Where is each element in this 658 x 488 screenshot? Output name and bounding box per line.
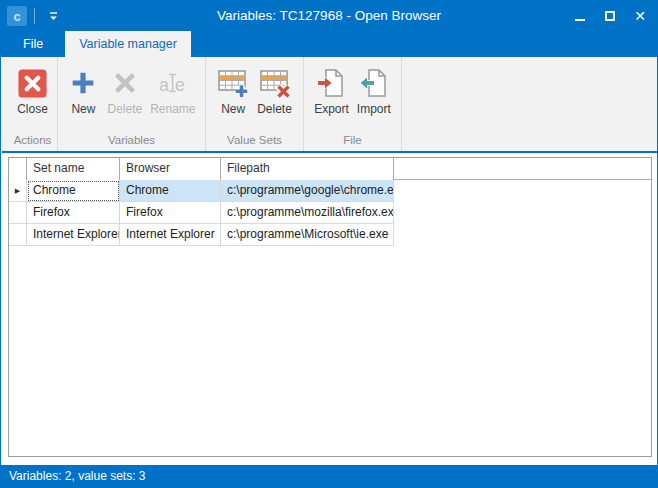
cell-set-name[interactable]: Firefox [27, 202, 120, 224]
group-label-actions: Actions [8, 131, 57, 151]
new-value-set-label: New [221, 102, 245, 116]
column-header-browser[interactable]: Browser [120, 158, 221, 180]
rename-variable-button[interactable]: a e Rename [146, 63, 199, 119]
maximize-button[interactable] [595, 1, 625, 30]
row-indicator-cell [9, 224, 27, 246]
rename-variable-label: Rename [150, 102, 195, 116]
delete-value-set-button[interactable]: Delete [253, 63, 296, 119]
maximize-icon [605, 11, 615, 21]
tab-file[interactable]: File [9, 31, 57, 57]
group-label-file: File [304, 131, 401, 151]
grid-body: ▶ Chrome Chrome c:\programme\google\chro… [9, 180, 651, 246]
delete-variable-label: Delete [107, 102, 142, 116]
delete-value-set-label: Delete [257, 102, 292, 116]
row-indicator-header [9, 158, 27, 180]
ribbon-tab-row: File Variable manager [1, 31, 657, 57]
new-variable-button[interactable]: New [63, 63, 103, 119]
window-title: Variables: TC127968 - Open Browser [1, 1, 657, 31]
row-indicator-cell [9, 202, 27, 224]
status-text: Variables: 2, value sets: 3 [9, 469, 146, 483]
new-variable-label: New [71, 102, 95, 116]
group-label-variables: Variables [58, 131, 205, 151]
close-button[interactable]: Close [13, 63, 53, 119]
close-window-button[interactable]: ✕ [625, 1, 655, 30]
cell-browser[interactable]: Firefox [120, 202, 221, 224]
export-button[interactable]: Export [310, 63, 353, 119]
close-red-icon [17, 66, 49, 100]
plus-blue-icon [67, 66, 99, 100]
ribbon: Close Actions New [2, 57, 658, 153]
svg-text:a: a [159, 75, 169, 95]
content-area: Set name Browser Filepath ▶ Chrome Chrom… [2, 155, 658, 467]
cell-browser[interactable]: Internet Explorer [120, 224, 221, 246]
tab-variable-manager[interactable]: Variable manager [65, 31, 191, 57]
table-row[interactable]: Internet Explorer Internet Explorer c:\p… [9, 224, 651, 246]
svg-text:e: e [175, 75, 185, 95]
doc-export-icon [315, 66, 347, 100]
cell-set-name[interactable]: Chrome [27, 180, 120, 202]
group-label-value-sets: Value Sets [206, 131, 303, 151]
status-bar: Variables: 2, value sets: 3 [1, 465, 657, 487]
minimize-icon [575, 19, 585, 21]
ribbon-group-variables: New Delete a e [58, 57, 206, 151]
table-add-icon [217, 66, 249, 100]
new-value-set-button[interactable]: New [213, 63, 253, 119]
cell-set-name[interactable]: Internet Explorer [27, 224, 120, 246]
row-indicator-icon: ▶ [9, 180, 27, 202]
rename-icon: a e [157, 66, 189, 100]
window-controls: ✕ [565, 1, 655, 31]
window: c Variables: TC127968 - Open Browser ✕ F… [0, 0, 658, 488]
ribbon-group-actions: Close Actions [2, 57, 58, 151]
delete-variable-button[interactable]: Delete [103, 63, 146, 119]
column-header-filepath[interactable]: Filepath [221, 158, 394, 180]
column-header-set-name[interactable]: Set name [27, 158, 120, 180]
cell-filepath[interactable]: c:\programme\Microsoft\ie.exe [221, 224, 394, 246]
export-label: Export [314, 102, 349, 116]
cell-filepath[interactable]: c:\programme\google\chrome.exe [221, 180, 394, 202]
table-delete-icon [259, 66, 291, 100]
import-button[interactable]: Import [353, 63, 395, 119]
x-gray-icon [109, 66, 141, 100]
ribbon-group-file: Export Import File [304, 57, 402, 151]
variables-grid: Set name Browser Filepath ▶ Chrome Chrom… [8, 157, 652, 457]
ribbon-group-value-sets: New Delete Value Sets [206, 57, 304, 151]
grid-header-row: Set name Browser Filepath [9, 158, 651, 180]
doc-import-icon [358, 66, 390, 100]
cell-browser[interactable]: Chrome [120, 180, 221, 202]
close-button-label: Close [17, 102, 48, 116]
cell-filepath[interactable]: c:\programme\mozilla\firefox.exe [221, 202, 394, 224]
table-row[interactable]: Firefox Firefox c:\programme\mozilla\fir… [9, 202, 651, 224]
minimize-button[interactable] [565, 1, 595, 30]
table-row[interactable]: ▶ Chrome Chrome c:\programme\google\chro… [9, 180, 651, 202]
title-bar: c Variables: TC127968 - Open Browser ✕ [1, 1, 657, 31]
import-label: Import [357, 102, 391, 116]
